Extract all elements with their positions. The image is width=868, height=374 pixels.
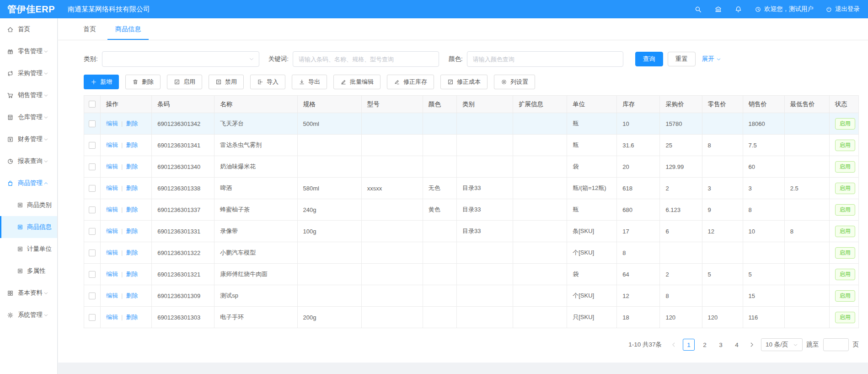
sidebar-subitem-3[interactable]: 计量单位 [0, 238, 57, 260]
delete-link[interactable]: 删除 [126, 141, 138, 148]
status-badge[interactable]: 启用 [835, 140, 855, 151]
home-icon [7, 26, 14, 33]
delete-link[interactable]: 删除 [126, 163, 138, 170]
trash-button[interactable]: 删除 [125, 75, 161, 89]
search-icon[interactable] [694, 5, 702, 13]
bank-icon[interactable] [714, 5, 722, 13]
welcome-user[interactable]: 欢迎您，测试用户 [755, 5, 814, 13]
delete-link[interactable]: 删除 [126, 249, 138, 256]
tab-1[interactable]: 首页 [75, 18, 104, 40]
edit-stock-button[interactable]: 修正库存 [387, 75, 434, 89]
main-area: 首页商品信息 类别: 关键词: 颜色: 查询 重置 展开 新增删除启用禁用导入导… [58, 18, 868, 363]
page-number-4[interactable]: 4 [731, 339, 743, 351]
edit-link[interactable]: 编辑 [106, 141, 118, 148]
sidebar-subitem-2[interactable]: 商品信息 [0, 216, 57, 238]
sidebar-item-product[interactable]: 商品管理 [0, 172, 57, 194]
cell-stock: 18 [617, 307, 660, 328]
reset-button[interactable]: 重置 [668, 52, 696, 66]
row-checkbox[interactable] [89, 142, 96, 149]
select-all-checkbox[interactable] [89, 101, 96, 108]
tab-2[interactable]: 商品信息 [107, 18, 149, 40]
edit-link[interactable]: 编辑 [106, 206, 118, 213]
delete-link[interactable]: 删除 [126, 314, 138, 320]
delete-link[interactable]: 删除 [126, 206, 138, 213]
plus-button[interactable]: 新增 [84, 75, 119, 89]
edit-cost-button[interactable]: 修正成本 [440, 75, 488, 89]
expand-link[interactable]: 展开 [702, 55, 721, 63]
row-checkbox[interactable] [89, 271, 96, 278]
sidebar-item-home[interactable]: 首页 [0, 18, 57, 40]
app-logo[interactable]: 管伊佳ERP [7, 3, 61, 16]
status-badge[interactable]: 启用 [835, 312, 855, 323]
row-checkbox[interactable] [89, 228, 96, 235]
keyword-input[interactable] [293, 51, 439, 67]
next-page-button[interactable] [747, 341, 757, 348]
cell-model [361, 307, 423, 328]
gear-button[interactable]: 列设置 [494, 75, 535, 89]
status-badge[interactable]: 启用 [835, 269, 855, 280]
cell-category: 目录33 [456, 221, 513, 242]
bell-icon[interactable] [734, 5, 742, 13]
edit-button[interactable]: 批量编辑 [333, 75, 380, 89]
export-icon [299, 79, 305, 85]
sidebar-subitem-1[interactable]: 商品类别 [0, 194, 57, 216]
jump-page-input[interactable] [823, 338, 849, 351]
row-checkbox[interactable] [89, 249, 96, 256]
search-button[interactable]: 查询 [635, 52, 663, 66]
sidebar-item-report[interactable]: 报表查询 [0, 150, 57, 172]
edit-link[interactable]: 编辑 [106, 120, 118, 127]
import-button[interactable]: 导入 [250, 75, 285, 89]
row-checkbox[interactable] [89, 293, 96, 299]
delete-link[interactable]: 删除 [126, 292, 138, 299]
table-row: 编辑|删除6901236301340奶油味爆米花袋20129.9960启用 [84, 156, 859, 178]
status-badge[interactable]: 启用 [835, 204, 855, 216]
status-badge[interactable]: 启用 [835, 247, 855, 259]
delete-link[interactable]: 删除 [126, 228, 138, 234]
status-badge[interactable]: 启用 [835, 183, 855, 194]
edit-link[interactable]: 编辑 [106, 184, 118, 191]
sidebar-subitem-4[interactable]: 多属性 [0, 260, 57, 282]
sidebar-item-sales[interactable]: 销售管理 [0, 84, 57, 106]
status-badge[interactable]: 启用 [835, 226, 855, 237]
toolbar-button-label: 禁用 [225, 78, 237, 86]
category-select[interactable] [102, 51, 259, 67]
plus-icon [91, 79, 97, 85]
sidebar-item-retail[interactable]: 零售管理 [0, 40, 57, 62]
edit-link[interactable]: 编辑 [106, 271, 118, 277]
row-checkbox[interactable] [89, 314, 96, 321]
export-button[interactable]: 导出 [292, 75, 327, 89]
edit-link[interactable]: 编辑 [106, 314, 118, 320]
sidebar-item-basic[interactable]: 基本资料 [0, 282, 57, 304]
color-input[interactable] [467, 51, 623, 67]
edit-link[interactable]: 编辑 [106, 163, 118, 170]
page-size-select[interactable]: 10 条/页 [761, 338, 803, 351]
sidebar-item-finance[interactable]: 财务管理 [0, 128, 57, 150]
status-badge[interactable]: 启用 [835, 118, 855, 130]
sidebar-item-warehouse[interactable]: 仓库管理 [0, 106, 57, 128]
edit-link[interactable]: 编辑 [106, 228, 118, 234]
delete-link[interactable]: 删除 [126, 120, 138, 127]
page-number-2[interactable]: 2 [699, 339, 711, 351]
sidebar-item-system[interactable]: 系统管理 [0, 304, 57, 326]
column-header: 颜色 [423, 96, 456, 113]
status-badge[interactable]: 启用 [835, 161, 855, 173]
sidebar-item-purchase[interactable]: 采购管理 [0, 62, 57, 84]
delete-link[interactable]: 删除 [126, 184, 138, 191]
logout-button[interactable]: 退出登录 [825, 5, 860, 13]
sidebar-item-label: 零售管理 [18, 47, 43, 55]
edit-link[interactable]: 编辑 [106, 249, 118, 256]
row-checkbox[interactable] [89, 120, 96, 127]
chevron-down-icon [43, 93, 48, 98]
page-number-1[interactable]: 1 [683, 339, 695, 351]
delete-link[interactable]: 删除 [126, 271, 138, 277]
x-square-button[interactable]: 禁用 [209, 75, 244, 89]
row-checkbox[interactable] [89, 185, 96, 192]
row-checkbox[interactable] [89, 163, 96, 170]
prev-page-button[interactable] [669, 341, 679, 348]
page-number-3[interactable]: 3 [715, 339, 727, 351]
row-checkbox[interactable] [89, 206, 96, 213]
edit-link[interactable]: 编辑 [106, 292, 118, 299]
check-square-button[interactable]: 启用 [167, 75, 202, 89]
cell-sale: 3 [743, 178, 784, 199]
status-badge[interactable]: 启用 [835, 290, 855, 302]
